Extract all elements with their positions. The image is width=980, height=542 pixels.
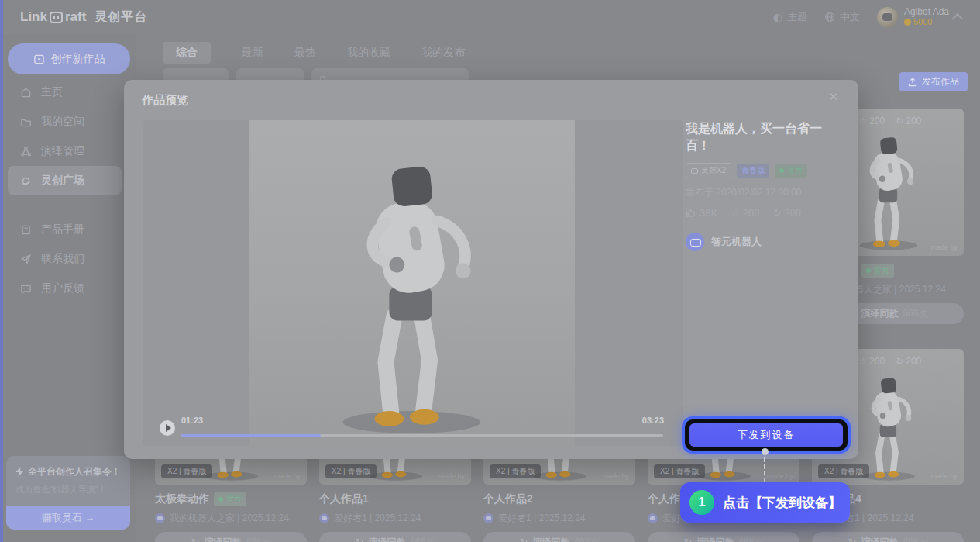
sidebar-item-contact-us[interactable]: 联系我们 (0, 244, 136, 274)
chat-bubble-icon (20, 283, 32, 295)
deploy-to-device-button[interactable]: 下发到设备 (689, 423, 843, 447)
card-title: 个人作品2 (483, 492, 533, 506)
earn-gems-button[interactable]: 赚取灵石 → (6, 506, 130, 530)
star-icon: ☆ (858, 116, 866, 126)
publish-work-button[interactable]: 发布作品 (899, 72, 968, 91)
replay-same-button[interactable]: ↻ 演绎同款 666次 (812, 532, 964, 542)
official-dot-icon (779, 168, 784, 173)
tab-comprehensive[interactable]: 综合 (163, 42, 211, 64)
language-label: 中文 (840, 10, 860, 24)
user-coins: 5000 (904, 17, 949, 27)
app-root: Link raft 灵创平台 ◐ 主题 中文 Agibot Ada (0, 0, 980, 542)
author-row[interactable]: 智元机器人 (686, 233, 844, 251)
sidebar-item-label: 主页 (41, 85, 63, 99)
sidebar-item-performance-management[interactable]: 演绎管理 (0, 136, 136, 166)
author-avatar-icon (155, 513, 165, 523)
replay-icon: ↻ (520, 537, 528, 542)
video-player: 01:23 03:23 (143, 120, 683, 446)
sidebar-item-creative-plaza[interactable]: 灵创广场 (8, 166, 122, 195)
author-avatar (686, 233, 704, 251)
sort-tabs: 综合 最新 最热 我的收藏 我的发布 (163, 42, 465, 64)
replay-same-button[interactable]: ↻ 演绎同款 666次 (648, 532, 799, 542)
user-menu[interactable]: Agibot Ada 5000 (877, 7, 963, 28)
model-badge: X2 | 青春版 (325, 464, 377, 478)
sidebar-item-product-manual[interactable]: 产品手册 (0, 215, 136, 244)
replay-same-button[interactable]: ↻ 演绎同款 666次 (483, 532, 635, 542)
author-name: 智元机器人 (711, 235, 762, 249)
card-title: 太极拳动作 (155, 492, 209, 506)
repost-icon: ↻ (772, 207, 781, 219)
top-header: Link raft 灵创平台 ◐ 主题 中文 Agibot Ada (0, 0, 980, 34)
robot-image (848, 123, 928, 251)
card-title-row: 个人作品1 (319, 492, 471, 506)
card-title: 个人作品1 (319, 492, 369, 506)
play-button[interactable] (160, 420, 175, 436)
sidebar-item-user-feedback[interactable]: 用户反馈 (0, 274, 136, 303)
model-badge: X2 | 青春版 (490, 464, 541, 478)
tab-my-favorites[interactable]: 我的收藏 (347, 46, 390, 60)
author-avatar-icon (648, 513, 658, 523)
watermark: made by (438, 472, 465, 480)
card-author: 我的机器人之家 | 2025.12.24 (155, 512, 307, 525)
official-label: 官方 (874, 265, 889, 276)
language-switcher[interactable]: 中文 (824, 10, 860, 24)
stars-count: 200 (743, 207, 760, 219)
watermark: made by (602, 472, 629, 480)
logo-text-link: Link (20, 9, 47, 25)
model-badge: X2 | 青春版 (161, 464, 212, 478)
progress-bar[interactable] (181, 434, 663, 437)
chevron-up-icon[interactable] (952, 13, 963, 24)
progress-fill (181, 434, 321, 437)
tab-newest[interactable]: 最新 (242, 46, 263, 60)
author-text: 我的机器人之家 | 2025.12.24 (170, 512, 289, 525)
watermark: made by (273, 472, 301, 480)
repost-button[interactable]: ↻200 (772, 207, 802, 219)
reposts-count: 200 (784, 207, 801, 219)
tab-my-publications[interactable]: 我的发布 (421, 46, 465, 60)
logo-face-icon (50, 12, 63, 23)
logo-platform-name: 灵创平台 (95, 9, 147, 26)
tour-step-badge: 1 (689, 490, 714, 515)
tab-hottest[interactable]: 最热 (294, 46, 316, 60)
replay-count: 666次 (903, 307, 927, 320)
model-tag: 灵犀X2 (686, 163, 731, 178)
replay-label: 演绎同款 (204, 536, 241, 542)
sidebar-item-my-space[interactable]: 我的空间 (0, 107, 136, 136)
current-time: 01:23 (181, 416, 203, 425)
tour-tooltip: 1 点击【下发到设备】 (680, 482, 850, 523)
modal-title: 作品预览 (142, 93, 188, 108)
create-new-work-button[interactable]: 创作新作品 (8, 43, 130, 74)
replay-same-button[interactable]: ↻ 演绎同款 666次 (319, 532, 471, 542)
favorite-button[interactable]: ☆200 (730, 207, 759, 219)
sidebar-item-home[interactable]: 主页 (0, 78, 136, 107)
sidebar-divider (12, 205, 124, 205)
sidebar-item-label: 产品手册 (41, 223, 84, 236)
replay-label: 演绎同款 (861, 307, 898, 320)
replay-count: 666次 (574, 536, 599, 542)
thumbs-up-icon (686, 208, 696, 218)
watermark: made by (930, 243, 958, 251)
repost-icon: ↻ (895, 356, 903, 367)
folder-icon (20, 116, 32, 128)
replay-icon: ↻ (684, 537, 693, 542)
upload-icon (908, 78, 917, 87)
banner-subtitle: 成为首批“机器人导演”！ (15, 484, 121, 495)
user-avatar (877, 7, 898, 28)
lightning-icon (15, 467, 24, 477)
official-tag: 官方 (775, 164, 807, 178)
model-tag-label: 灵犀X2 (701, 165, 726, 176)
logo-text-raft: raft (65, 9, 86, 25)
replay-count: 666次 (246, 536, 270, 542)
planet-icon (20, 175, 32, 187)
theme-toggle[interactable]: ◐ 主题 (773, 10, 807, 24)
close-icon[interactable]: ✕ (828, 90, 838, 104)
window-accent-strip (0, 0, 3, 542)
coin-icon (904, 19, 911, 26)
model-badge: X2 | 青春版 (654, 464, 705, 478)
replay-icon: ↻ (191, 537, 200, 542)
work-title: 我是机器人，买一台省一百！ (686, 120, 844, 154)
sidebar-item-label: 灵创广场 (41, 174, 84, 188)
banner-body: 全平台创作人召集令！ 成为首批“机器人导演”！ (6, 456, 130, 506)
like-button[interactable]: 38K (686, 207, 717, 219)
replay-same-button[interactable]: ↻ 演绎同款 666次 (155, 532, 307, 542)
